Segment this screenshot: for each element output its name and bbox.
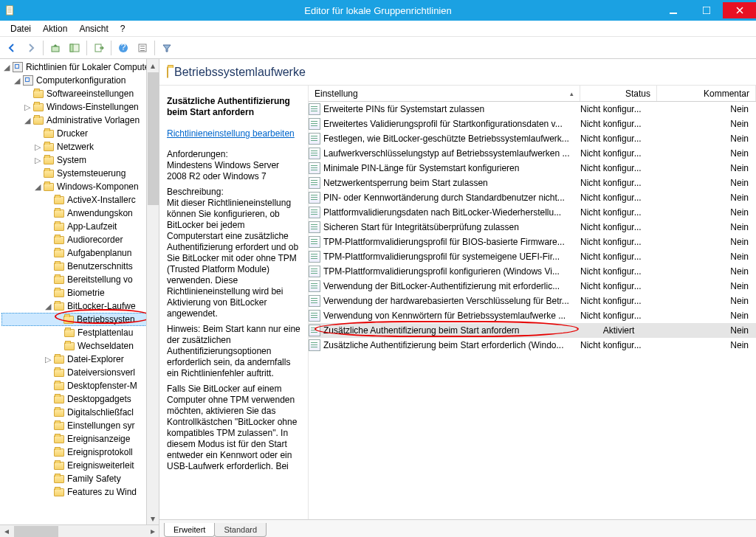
policy-icon [309, 339, 320, 351]
tree-dateivers[interactable]: Dateiversionsverl [67, 367, 135, 378]
tree-benutzerschn[interactable]: Benutzerschnitts [67, 261, 133, 271]
export-button[interactable] [90, 39, 108, 57]
tab-erweitert[interactable]: Erweitert [164, 523, 215, 537]
tab-standard[interactable]: Standard [214, 523, 267, 537]
tree-winkomp[interactable]: Windows-Komponen [57, 181, 139, 192]
tree-aufgaben[interactable]: Aufgabenplanun [67, 248, 131, 258]
tree-root[interactable]: Richtlinien für Lokaler Compute [26, 62, 149, 72]
policy-row[interactable]: Plattformvalidierungsdaten nach BitLocke… [309, 205, 756, 220]
policy-row[interactable]: PIN- oder Kennwortänderung durch Standar… [309, 190, 756, 205]
tree-applaufzeit[interactable]: App-Laufzeit [67, 221, 117, 232]
policy-row[interactable]: TPM-Plattformvalidierungsprofil konfigur… [309, 264, 756, 279]
toolbar-separator [86, 41, 87, 55]
policy-row[interactable]: Verwendung von Kennwörtern für Betriebss… [309, 308, 756, 323]
tree-familysafety[interactable]: Family Safety [67, 474, 121, 484]
policy-row[interactable]: Verwendung der BitLocker-Authentifizieru… [309, 279, 756, 294]
policy-row[interactable]: Netzwerkentsperrung beim Start zulassenN… [309, 176, 756, 190]
policy-comment: Nein [657, 134, 756, 144]
tree-windows[interactable]: Windows-Einstellungen [47, 102, 139, 112]
tree-drucker[interactable]: Drucker [57, 128, 88, 139]
tree-ereignisproto[interactable]: Ereignisprotokoll [67, 447, 133, 457]
app-icon [0, 5, 21, 15]
menu-ansicht[interactable]: Ansicht [73, 22, 114, 35]
tree-software[interactable]: Softwareeinstellungen [47, 89, 134, 99]
tree-features[interactable]: Features zu Wind [67, 487, 137, 497]
scroll-down-icon[interactable]: ▾ [147, 512, 159, 524]
scroll-left-icon[interactable]: ◂ [0, 525, 13, 538]
back-button[interactable] [3, 39, 21, 57]
description-label: Beschreibung: [167, 187, 224, 197]
filter-button[interactable] [158, 39, 176, 57]
menu-help[interactable]: ? [114, 22, 131, 35]
scroll-thumb[interactable] [14, 526, 58, 537]
tree-bereitstellung[interactable]: Bereitstellung vo [67, 274, 133, 285]
policy-name: Erweitertes Validierungsprofil für Start… [323, 119, 563, 129]
scroll-thumb[interactable] [148, 72, 159, 205]
folder-icon [54, 475, 64, 483]
tree-desktopgadgets[interactable]: Desktopgadgets [67, 394, 131, 404]
menu-aktion[interactable]: Aktion [37, 22, 73, 35]
scroll-right-icon[interactable]: ▸ [146, 525, 159, 538]
tree-dateiexp[interactable]: Datei-Explorer [67, 354, 124, 364]
tree-festplatten[interactable]: Festplattenlau [78, 328, 133, 338]
policy-tree[interactable]: ◢Richtlinien für Lokaler Compute ◢Comput… [0, 59, 159, 500]
policy-row[interactable]: Erweitertes Validierungsprofil für Start… [309, 117, 756, 131]
tree-ereignisanz[interactable]: Ereignisanzeige [67, 434, 130, 444]
tree-audiorec[interactable]: Audiorecorder [67, 235, 123, 245]
tree-adminvorl[interactable]: Administrative Vorlagen [47, 115, 140, 125]
tree-digitalschl[interactable]: Digitalschließfacl [67, 407, 134, 418]
view-tabs: Erweitert Standard [159, 519, 756, 537]
policy-row[interactable]: Festlegen, wie BitLocker-geschützte Betr… [309, 131, 756, 146]
tree-system[interactable]: System [57, 155, 86, 165]
policy-row[interactable]: Verwendung der hardwarebasierten Verschl… [309, 294, 756, 308]
policy-comment: Nein [657, 178, 756, 188]
policy-row[interactable]: Zusätzliche Authentifizierung beim Start… [309, 323, 756, 338]
tree-desktopfm[interactable]: Desktopfenster-M [67, 381, 137, 391]
tree-bitlocker[interactable]: BitLocker-Laufwe [67, 301, 136, 311]
tree-horizontal-scrollbar[interactable]: ◂ ▸ [0, 524, 159, 537]
policy-name: Zusätzliche Authentifizierung beim Start… [323, 325, 519, 336]
column-einstellung[interactable]: Einstellung▴ [309, 86, 580, 101]
up-button[interactable] [47, 39, 64, 57]
menu-datei[interactable]: Datei [4, 22, 37, 35]
policy-row[interactable]: Minimale PIN-Länge für Systemstart konfi… [309, 161, 756, 176]
tree-anwendungskon[interactable]: Anwendungskon [67, 208, 133, 218]
policy-row[interactable]: TPM-Plattformvalidierungsprofil für BIOS… [309, 235, 756, 249]
column-status[interactable]: Status [580, 86, 657, 101]
policy-status: Nicht konfigur... [580, 134, 657, 144]
help-button[interactable]: ? [114, 39, 132, 57]
policy-status: Nicht konfigur... [580, 281, 657, 291]
close-button[interactable] [723, 2, 756, 18]
policy-icon [309, 103, 320, 115]
policy-row[interactable]: Erweiterte PINs für Systemstart zulassen… [309, 102, 756, 117]
policy-status: Nicht konfigur... [580, 104, 657, 114]
policy-row[interactable]: Zusätzliche Authentifizierung beim Start… [309, 338, 756, 353]
minimize-button[interactable] [656, 2, 690, 18]
forward-button[interactable] [22, 39, 40, 57]
tree-computerkonfig[interactable]: Computerkonfiguration [36, 75, 126, 86]
maximize-button[interactable] [690, 2, 723, 18]
tree-betriebssystem[interactable]: Betriebssysten [77, 314, 135, 325]
policy-row[interactable]: TPM-Plattformvalidierungsprofil für syst… [309, 249, 756, 264]
requirements-label: Anforderungen: [167, 149, 228, 159]
tree-activex[interactable]: ActiveX-Installerc [67, 195, 136, 205]
policy-row[interactable]: Sicheren Start für Integritätsüberprüfun… [309, 220, 756, 235]
scroll-up-icon[interactable]: ▴ [147, 59, 159, 72]
policy-icon [309, 295, 320, 307]
tree-einstellungen[interactable]: Einstellungen syr [67, 420, 134, 431]
column-kommentar[interactable]: Kommentar [657, 86, 756, 101]
tree-wechseldat[interactable]: Wechseldaten [78, 341, 134, 351]
properties-button[interactable] [134, 39, 151, 57]
policy-icon [309, 310, 320, 322]
show-hide-tree-button[interactable] [66, 39, 83, 57]
edit-policy-link[interactable]: Richtlinieneinstellung bearbeiten [167, 128, 295, 139]
policy-name: Erweiterte PINs für Systemstart zulassen [323, 104, 484, 114]
policy-comment: Nein [657, 119, 756, 129]
tree-vertical-scrollbar[interactable]: ▴ ▾ [146, 59, 159, 524]
tree-systemsteuerung[interactable]: Systemsteuerung [57, 168, 126, 179]
tree-biometrie[interactable]: Biometrie [67, 288, 105, 298]
policy-row[interactable]: Laufwerkverschlüsselungstyp auf Betriebs… [309, 146, 756, 161]
svg-rect-14 [140, 48, 145, 49]
tree-netzwerk[interactable]: Netzwerk [57, 142, 94, 152]
tree-ereignisweit[interactable]: Ereignisweiterleit [67, 460, 134, 471]
